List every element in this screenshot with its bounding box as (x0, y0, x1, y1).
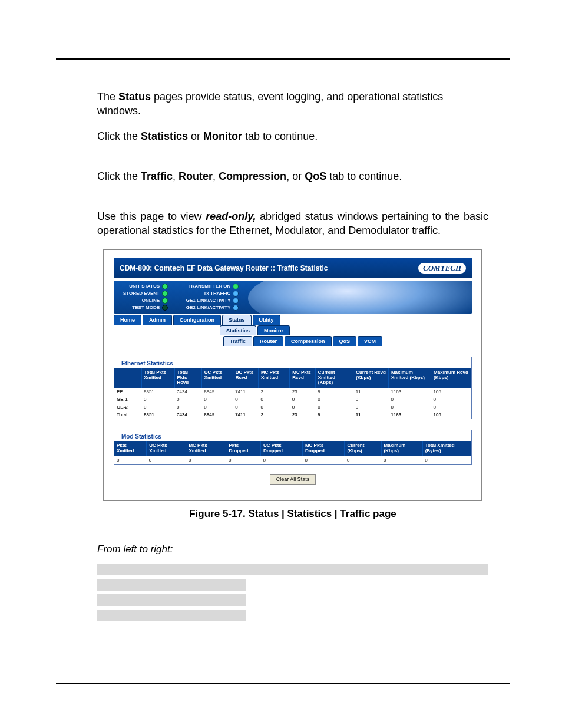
placeholder-rows (97, 564, 488, 621)
cell: 0 (431, 396, 471, 403)
text: , (213, 170, 219, 182)
cell: 0 (186, 456, 226, 464)
figure-caption: Figure 5-17. Status | Statistics | Traff… (97, 508, 488, 520)
col-header: UC Pkts Rcvd (233, 368, 258, 388)
cell: 0 (388, 396, 431, 403)
cell: 0 (201, 403, 233, 411)
led-icon (233, 284, 239, 289)
tab-admin[interactable]: Admin (143, 315, 172, 325)
tab-compression[interactable]: Compression (285, 336, 332, 346)
ethernet-stats-table: Total Pkts Xmitted Total Pkts Rcvd UC Pk… (114, 368, 471, 419)
tab-row-3: Traffic Router Compression QoS VCM (223, 336, 472, 346)
cell: 0 (233, 396, 258, 403)
cell: 0 (315, 403, 353, 411)
led-icon (233, 291, 239, 297)
cell: 0 (141, 403, 174, 411)
text-bold: Statistics (141, 130, 188, 142)
col-header: Current Rcvd (Kbps) (353, 368, 389, 388)
col-header: Current (Kbps) (345, 441, 381, 456)
table-row: GE-10000000000 (114, 396, 471, 403)
col-header (114, 368, 141, 388)
col-header: Total Xmitted (Bytes) (422, 441, 471, 456)
text-bold: Compression (219, 170, 286, 182)
led-icon (162, 298, 168, 304)
led-label: UNIT STATUS (129, 284, 160, 289)
text-bold: Traffic (141, 170, 173, 182)
text: , or (286, 170, 305, 182)
tab-status[interactable]: Status (222, 315, 252, 325)
tab-traffic[interactable]: Traffic (223, 336, 252, 346)
tab-home[interactable]: Home (114, 315, 141, 325)
rule-bottom (56, 683, 510, 684)
placeholder-row (97, 594, 246, 606)
table-header-row: Total Pkts Xmitted Total Pkts Rcvd UC Pk… (114, 368, 471, 388)
intro-para-2: Click the Statistics or Monitor tab to c… (97, 129, 488, 143)
cell: 0 (141, 396, 174, 403)
cell: 23 (290, 411, 316, 419)
tab-statistics[interactable]: Statistics (220, 325, 256, 335)
led-label: GE1 LINK/ACTIVITY (186, 298, 231, 303)
text: , (173, 170, 178, 182)
swoosh-graphic (248, 281, 472, 314)
led-icon (233, 305, 239, 311)
col-header: MC Pkts Xmitted (258, 368, 289, 388)
tab-configuration[interactable]: Configuration (173, 315, 221, 325)
cell: 0 (226, 456, 261, 464)
cell: 105 (431, 411, 471, 419)
cell: 0 (174, 403, 201, 411)
mod-stats-fieldset: Mod Statistics Pkts Xmitted UC Pkts Xmit… (114, 430, 472, 465)
mod-stats-legend: Mod Statistics (119, 433, 164, 440)
cell: Total (114, 411, 141, 419)
text-bold: Monitor (203, 130, 242, 142)
intro-para-3: Click the Traffic, Router, Compression, … (97, 169, 488, 183)
tab-router[interactable]: Router (253, 336, 283, 346)
led-icon (162, 305, 168, 311)
col-header: Pkts Dropped (226, 441, 261, 456)
text: Click the (97, 130, 141, 142)
cell: 1163 (388, 411, 431, 419)
table-row: FE88517434884974112239111163105 (114, 388, 471, 396)
cell: 2 (258, 411, 289, 419)
ethernet-stats-legend: Ethernet Statistics (119, 360, 176, 367)
cell: 0 (388, 403, 431, 411)
led-label: STORED EVENT (123, 291, 160, 296)
cell: 23 (290, 388, 316, 396)
screenshot-figure: CDM-800: Comtech EF Data Gateway Router … (103, 249, 482, 501)
cell: 7434 (174, 411, 201, 419)
cell: 0 (422, 456, 471, 464)
text-bold: QoS (305, 170, 326, 182)
col-header: Maximum Rcvd (Kbps) (431, 368, 471, 388)
text-bold: Status (118, 91, 151, 103)
clear-all-stats-button[interactable]: Clear All Stats (270, 474, 316, 485)
cell: 7411 (233, 411, 258, 419)
led-label: GE2 LINK/ACTIVITY (186, 305, 231, 310)
cell: GE-2 (114, 403, 141, 411)
cell: GE-1 (114, 396, 141, 403)
cell: 0 (431, 403, 471, 411)
col-header: Pkts Xmitted (114, 441, 147, 456)
text: tab to continue. (242, 130, 318, 142)
status-banner: UNIT STATUS STORED EVENT ONLINE TEST MOD… (114, 281, 472, 314)
tab-utility[interactable]: Utility (253, 315, 280, 325)
col-header: MC Pkts Xmitted (186, 441, 226, 456)
led-label: TRANSMITTER ON (189, 284, 231, 289)
cell: 7411 (233, 388, 258, 396)
tab-monitor[interactable]: Monitor (257, 325, 290, 335)
tab-qos[interactable]: QoS (333, 336, 357, 346)
cell: 2 (258, 388, 289, 396)
cell: 0 (258, 403, 289, 411)
tab-vcm[interactable]: VCM (358, 336, 382, 346)
led-label: ONLINE (142, 298, 160, 303)
table-header-row: Pkts Xmitted UC Pkts Xmitted MC Pkts Xmi… (114, 441, 471, 456)
cell: 0 (233, 403, 258, 411)
cell: 0 (345, 456, 381, 464)
cell: 8849 (201, 388, 233, 396)
intro-para-4: Use this page to view read-only, abridge… (97, 209, 488, 238)
cell: 0 (258, 396, 289, 403)
ethernet-stats-fieldset: Ethernet Statistics Total Pkts Xmitted T… (114, 357, 472, 419)
table-row: 000000000 (114, 456, 471, 464)
subsection-label: From left to right: (97, 543, 488, 555)
cell: 0 (261, 456, 303, 464)
cell: 0 (381, 456, 422, 464)
intro-para-1: The Status pages provide status, event l… (97, 90, 488, 118)
